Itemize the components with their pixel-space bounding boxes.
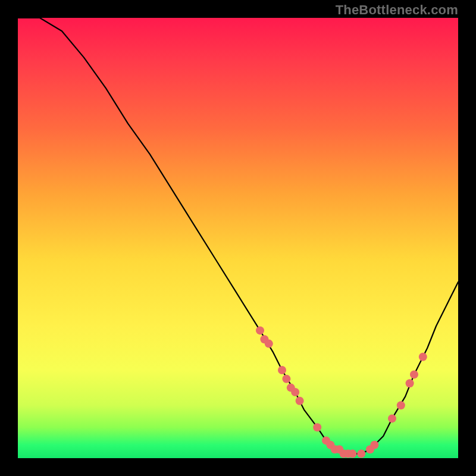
- curve-marker: [419, 353, 427, 361]
- bottleneck-curve: [18, 18, 458, 454]
- curve-marker: [282, 375, 290, 383]
- curve-marker: [265, 340, 273, 348]
- curve-marker: [291, 388, 299, 396]
- curve-marker: [296, 397, 304, 405]
- curve-marker: [370, 441, 378, 449]
- curve-marker: [256, 326, 264, 334]
- curve-marker: [388, 414, 396, 422]
- curve-markers: [256, 326, 427, 458]
- chart-frame: TheBottleneck.com: [0, 0, 476, 476]
- curve-marker: [410, 370, 418, 378]
- curve-marker: [406, 379, 414, 387]
- watermark-text: TheBottleneck.com: [336, 2, 458, 18]
- curve-marker: [357, 450, 365, 458]
- curve-marker: [313, 423, 321, 431]
- plot-area: [18, 18, 458, 458]
- curve-marker: [278, 366, 286, 374]
- curve-marker: [348, 450, 356, 458]
- bottleneck-curve-svg: [18, 18, 458, 458]
- curve-marker: [397, 401, 405, 409]
